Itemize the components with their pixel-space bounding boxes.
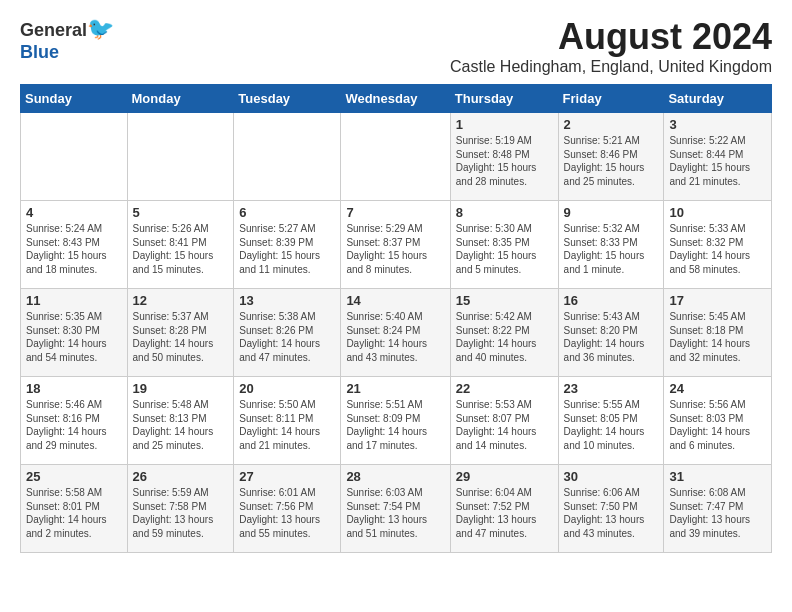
day-number: 9 [564,205,659,220]
calendar-cell: 14Sunrise: 5:40 AM Sunset: 8:24 PM Dayli… [341,289,450,377]
calendar-cell: 25Sunrise: 5:58 AM Sunset: 8:01 PM Dayli… [21,465,128,553]
day-number: 2 [564,117,659,132]
calendar-cell: 5Sunrise: 5:26 AM Sunset: 8:41 PM Daylig… [127,201,234,289]
calendar-cell: 9Sunrise: 5:32 AM Sunset: 8:33 PM Daylig… [558,201,664,289]
calendar-cell: 10Sunrise: 5:33 AM Sunset: 8:32 PM Dayli… [664,201,772,289]
day-content: Sunrise: 6:01 AM Sunset: 7:56 PM Dayligh… [239,486,335,540]
day-number: 17 [669,293,766,308]
calendar-cell: 28Sunrise: 6:03 AM Sunset: 7:54 PM Dayli… [341,465,450,553]
day-content: Sunrise: 6:06 AM Sunset: 7:50 PM Dayligh… [564,486,659,540]
day-content: Sunrise: 5:21 AM Sunset: 8:46 PM Dayligh… [564,134,659,188]
calendar-cell: 21Sunrise: 5:51 AM Sunset: 8:09 PM Dayli… [341,377,450,465]
day-number: 27 [239,469,335,484]
title-section: August 2024 Castle Hedingham, England, U… [450,16,772,76]
day-number: 22 [456,381,553,396]
day-content: Sunrise: 5:53 AM Sunset: 8:07 PM Dayligh… [456,398,553,452]
day-header-monday: Monday [127,85,234,113]
day-content: Sunrise: 5:40 AM Sunset: 8:24 PM Dayligh… [346,310,444,364]
logo-blue: Blue [20,42,59,63]
calendar-cell: 4Sunrise: 5:24 AM Sunset: 8:43 PM Daylig… [21,201,128,289]
day-number: 30 [564,469,659,484]
day-content: Sunrise: 5:38 AM Sunset: 8:26 PM Dayligh… [239,310,335,364]
day-number: 24 [669,381,766,396]
calendar-cell: 8Sunrise: 5:30 AM Sunset: 8:35 PM Daylig… [450,201,558,289]
day-header-friday: Friday [558,85,664,113]
calendar-table: SundayMondayTuesdayWednesdayThursdayFrid… [20,84,772,553]
calendar-cell: 3Sunrise: 5:22 AM Sunset: 8:44 PM Daylig… [664,113,772,201]
calendar-cell: 31Sunrise: 6:08 AM Sunset: 7:47 PM Dayli… [664,465,772,553]
logo: General🐦 Blue [20,16,114,63]
day-number: 7 [346,205,444,220]
calendar-cell: 19Sunrise: 5:48 AM Sunset: 8:13 PM Dayli… [127,377,234,465]
day-header-saturday: Saturday [664,85,772,113]
calendar-cell: 2Sunrise: 5:21 AM Sunset: 8:46 PM Daylig… [558,113,664,201]
calendar-cell: 27Sunrise: 6:01 AM Sunset: 7:56 PM Dayli… [234,465,341,553]
day-content: Sunrise: 5:32 AM Sunset: 8:33 PM Dayligh… [564,222,659,276]
calendar-cell: 22Sunrise: 5:53 AM Sunset: 8:07 PM Dayli… [450,377,558,465]
calendar-week-row: 1Sunrise: 5:19 AM Sunset: 8:48 PM Daylig… [21,113,772,201]
day-number: 31 [669,469,766,484]
day-number: 13 [239,293,335,308]
day-number: 12 [133,293,229,308]
calendar-week-row: 25Sunrise: 5:58 AM Sunset: 8:01 PM Dayli… [21,465,772,553]
day-number: 21 [346,381,444,396]
day-number: 6 [239,205,335,220]
calendar-cell: 15Sunrise: 5:42 AM Sunset: 8:22 PM Dayli… [450,289,558,377]
calendar-cell: 16Sunrise: 5:43 AM Sunset: 8:20 PM Dayli… [558,289,664,377]
day-number: 4 [26,205,122,220]
day-header-wednesday: Wednesday [341,85,450,113]
calendar-cell: 26Sunrise: 5:59 AM Sunset: 7:58 PM Dayli… [127,465,234,553]
header: General🐦 Blue August 2024 Castle Hedingh… [20,16,772,76]
day-content: Sunrise: 5:22 AM Sunset: 8:44 PM Dayligh… [669,134,766,188]
day-content: Sunrise: 5:55 AM Sunset: 8:05 PM Dayligh… [564,398,659,452]
day-content: Sunrise: 5:30 AM Sunset: 8:35 PM Dayligh… [456,222,553,276]
day-number: 16 [564,293,659,308]
day-header-tuesday: Tuesday [234,85,341,113]
day-number: 11 [26,293,122,308]
day-content: Sunrise: 5:42 AM Sunset: 8:22 PM Dayligh… [456,310,553,364]
day-number: 28 [346,469,444,484]
day-content: Sunrise: 5:29 AM Sunset: 8:37 PM Dayligh… [346,222,444,276]
day-number: 10 [669,205,766,220]
day-header-sunday: Sunday [21,85,128,113]
day-content: Sunrise: 5:51 AM Sunset: 8:09 PM Dayligh… [346,398,444,452]
day-content: Sunrise: 5:46 AM Sunset: 8:16 PM Dayligh… [26,398,122,452]
calendar-cell: 7Sunrise: 5:29 AM Sunset: 8:37 PM Daylig… [341,201,450,289]
calendar-cell [234,113,341,201]
calendar-cell: 18Sunrise: 5:46 AM Sunset: 8:16 PM Dayli… [21,377,128,465]
day-number: 15 [456,293,553,308]
calendar-cell: 12Sunrise: 5:37 AM Sunset: 8:28 PM Dayli… [127,289,234,377]
day-content: Sunrise: 5:59 AM Sunset: 7:58 PM Dayligh… [133,486,229,540]
day-content: Sunrise: 5:26 AM Sunset: 8:41 PM Dayligh… [133,222,229,276]
day-content: Sunrise: 5:24 AM Sunset: 8:43 PM Dayligh… [26,222,122,276]
calendar-cell: 23Sunrise: 5:55 AM Sunset: 8:05 PM Dayli… [558,377,664,465]
calendar-cell: 30Sunrise: 6:06 AM Sunset: 7:50 PM Dayli… [558,465,664,553]
calendar-cell: 6Sunrise: 5:27 AM Sunset: 8:39 PM Daylig… [234,201,341,289]
calendar-cell: 11Sunrise: 5:35 AM Sunset: 8:30 PM Dayli… [21,289,128,377]
day-number: 14 [346,293,444,308]
day-number: 3 [669,117,766,132]
day-header-thursday: Thursday [450,85,558,113]
day-content: Sunrise: 5:58 AM Sunset: 8:01 PM Dayligh… [26,486,122,540]
day-content: Sunrise: 5:33 AM Sunset: 8:32 PM Dayligh… [669,222,766,276]
logo-general: General [20,20,87,40]
calendar-week-row: 11Sunrise: 5:35 AM Sunset: 8:30 PM Dayli… [21,289,772,377]
day-content: Sunrise: 5:45 AM Sunset: 8:18 PM Dayligh… [669,310,766,364]
day-content: Sunrise: 5:43 AM Sunset: 8:20 PM Dayligh… [564,310,659,364]
calendar-header-row: SundayMondayTuesdayWednesdayThursdayFrid… [21,85,772,113]
calendar-cell: 1Sunrise: 5:19 AM Sunset: 8:48 PM Daylig… [450,113,558,201]
day-content: Sunrise: 6:08 AM Sunset: 7:47 PM Dayligh… [669,486,766,540]
day-content: Sunrise: 5:19 AM Sunset: 8:48 PM Dayligh… [456,134,553,188]
day-content: Sunrise: 5:35 AM Sunset: 8:30 PM Dayligh… [26,310,122,364]
day-number: 1 [456,117,553,132]
day-number: 19 [133,381,229,396]
calendar-cell [21,113,128,201]
calendar-cell: 29Sunrise: 6:04 AM Sunset: 7:52 PM Dayli… [450,465,558,553]
day-content: Sunrise: 6:04 AM Sunset: 7:52 PM Dayligh… [456,486,553,540]
calendar-cell: 17Sunrise: 5:45 AM Sunset: 8:18 PM Dayli… [664,289,772,377]
calendar-cell: 13Sunrise: 5:38 AM Sunset: 8:26 PM Dayli… [234,289,341,377]
location: Castle Hedingham, England, United Kingdo… [450,58,772,76]
calendar-cell [341,113,450,201]
day-content: Sunrise: 5:50 AM Sunset: 8:11 PM Dayligh… [239,398,335,452]
day-content: Sunrise: 5:37 AM Sunset: 8:28 PM Dayligh… [133,310,229,364]
